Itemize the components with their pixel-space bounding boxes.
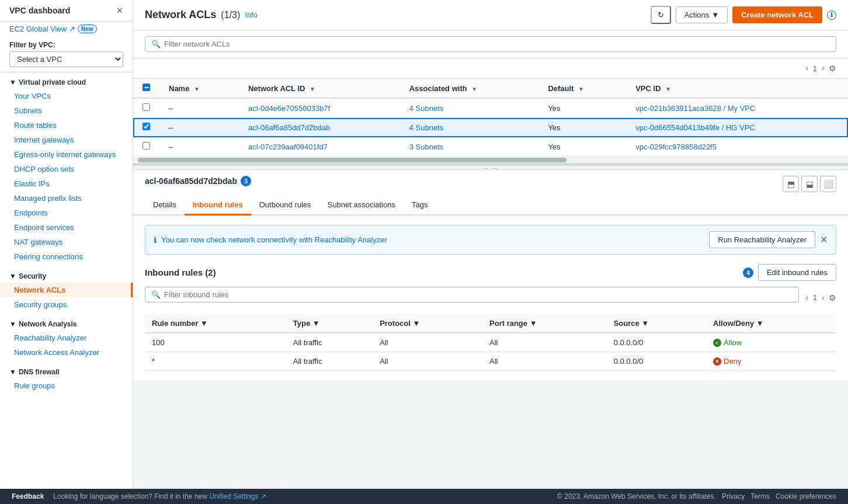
tab-details[interactable]: Details — [145, 196, 185, 215]
col-type[interactable]: Type ▼ — [286, 314, 373, 333]
sidebar-section-dns-firewall: ▼ DNS firewall Rule groups — [0, 362, 133, 393]
sidebar-header: VPC dashboard ✕ — [0, 0, 133, 22]
row-associated[interactable]: 4 Subnets — [400, 118, 539, 137]
info-banner-close-icon[interactable]: ✕ — [820, 235, 828, 245]
col-associated[interactable]: Associated with ▼ — [400, 79, 539, 98]
info-banner-left: ℹ You can now check network connectivity… — [154, 235, 387, 245]
sidebar-item-network-acls[interactable]: Network ACLs — [0, 283, 133, 297]
detail-tabs: Details Inbound rules Outbound rules Sub… — [133, 196, 848, 215]
col-acl-id[interactable]: Network ACL ID ▼ — [239, 79, 400, 98]
col-rule-number[interactable]: Rule number ▼ — [145, 314, 286, 333]
row-vpc-id[interactable]: vpc-021b363911aca3628 / My VPC — [626, 98, 848, 118]
inbound-table-settings-icon[interactable]: ⚙ — [829, 293, 836, 303]
help-icon[interactable]: ℹ — [827, 11, 836, 20]
sidebar-item-elastic-ips[interactable]: Elastic IPs — [0, 176, 133, 191]
sidebar-item-network-access-analyzer[interactable]: Network Access Analyzer — [0, 345, 133, 360]
col-vpc-id[interactable]: VPC ID ▼ — [626, 79, 848, 98]
edit-inbound-rules-button[interactable]: Edit inbound rules — [758, 264, 836, 281]
section-arrow-icon: ▼ — [9, 78, 16, 86]
sort-port-icon: ▼ — [530, 319, 537, 328]
tab-inbound-rules[interactable]: Inbound rules — [185, 196, 251, 215]
table-row[interactable]: – acl-07c239aaf09401fd7 3 Subnets Yes vp… — [133, 137, 848, 157]
section-arrow-dns-icon: ▼ — [9, 368, 16, 376]
select-all-header[interactable] — [133, 79, 159, 98]
table-row[interactable]: – acl-06af6a85dd7d2bdab 4 Subnets Yes vp… — [133, 118, 848, 137]
vpc-filter-select[interactable]: Select a VPC — [9, 51, 123, 67]
col-port-range[interactable]: Port range ▼ — [482, 314, 607, 333]
col-source[interactable]: Source ▼ — [607, 314, 706, 333]
row-acl-id[interactable]: acl-0d4e6e70556033b7f — [239, 98, 400, 118]
actions-button[interactable]: Actions ▼ — [676, 6, 728, 23]
run-analyzer-button[interactable]: Run Reachability Analyzer — [709, 231, 815, 248]
view-split-icon[interactable]: ⬒ — [783, 176, 799, 192]
row-acl-id[interactable]: acl-07c239aaf09401fd7 — [239, 137, 400, 157]
sidebar-item-your-vpcs[interactable]: Your VPCs — [0, 89, 133, 103]
inbound-next-page[interactable]: › — [819, 293, 826, 303]
sidebar-item-egress-gateways[interactable]: Egress-only internet gateways — [0, 147, 133, 162]
terms-link[interactable]: Terms — [750, 492, 770, 500]
inbound-prev-page[interactable]: ‹ — [804, 293, 811, 303]
sidebar-item-endpoints[interactable]: Endpoints — [0, 206, 133, 220]
cookie-link[interactable]: Cookie preferences — [776, 492, 836, 500]
step-badge-inbound: 4 — [743, 267, 753, 278]
row-checkbox[interactable] — [133, 98, 159, 118]
sidebar-filter-section: Filter by VPC: Select a VPC — [0, 36, 133, 72]
feedback-link[interactable]: Feedback — [12, 492, 44, 500]
sidebar-close-icon[interactable]: ✕ — [116, 6, 123, 15]
sidebar-item-dhcp[interactable]: DHCP option sets — [0, 162, 133, 176]
row-associated[interactable]: 4 Subnets — [400, 98, 539, 118]
row-checkbox-input[interactable] — [143, 142, 150, 150]
info-banner-actions: Run Reachability Analyzer ✕ — [709, 231, 828, 248]
sidebar-item-nat-gateways[interactable]: NAT gateways — [0, 235, 133, 249]
search-bar-container: 🔍 — [133, 30, 848, 58]
sort-default-icon: ▼ — [578, 86, 584, 92]
sidebar-item-route-tables[interactable]: Route tables — [0, 118, 133, 133]
row-vpc-id[interactable]: vpc-0d66554d0413b49fe / HG VPC — [626, 118, 848, 137]
tab-subnet-associations[interactable]: Subnet associations — [319, 196, 404, 215]
privacy-link[interactable]: Privacy — [722, 492, 745, 500]
create-acl-button[interactable]: Create network ACL — [732, 6, 822, 23]
rule-type: All traffic — [286, 352, 373, 371]
sidebar-item-subnets[interactable]: Subnets — [0, 103, 133, 118]
unified-settings-link[interactable]: Unified Settings ↗ — [209, 492, 266, 500]
sort-assoc-icon: ▼ — [471, 86, 477, 92]
inbound-search: 🔍 — [145, 287, 799, 303]
search-input[interactable] — [164, 40, 830, 48]
col-default[interactable]: Default ▼ — [538, 79, 626, 98]
row-vpc-id[interactable]: vpc-029fcc978858d22f5 — [626, 137, 848, 157]
row-checkbox-input[interactable] — [143, 103, 150, 111]
resize-handle[interactable]: — — — [133, 165, 848, 170]
horizontal-scrollbar[interactable] — [133, 157, 848, 164]
row-checkbox[interactable] — [133, 137, 159, 157]
next-page-button[interactable]: › — [819, 63, 826, 74]
view-bottom-icon[interactable]: ⬓ — [801, 176, 818, 192]
row-checkbox-input[interactable] — [143, 123, 150, 130]
sidebar-section-vpc: ▼ Virtual private cloud Your VPCs Subnet… — [0, 72, 133, 264]
sidebar-item-rule-groups[interactable]: Rule groups — [0, 378, 133, 393]
info-banner-text: You can now check network connectivity w… — [161, 235, 387, 244]
tab-outbound-rules[interactable]: Outbound rules — [251, 196, 319, 215]
sidebar-item-reachability-analyzer[interactable]: Reachability Analyzer — [0, 331, 133, 345]
view-full-icon[interactable]: ⬜ — [820, 176, 836, 192]
prev-page-button[interactable]: ‹ — [804, 63, 811, 74]
sidebar-item-internet-gateways[interactable]: Internet gateways — [0, 133, 133, 147]
sidebar-item-global-view[interactable]: EC2 Global View ↗ New — [0, 22, 133, 36]
row-associated[interactable]: 3 Subnets — [400, 137, 539, 157]
table-settings-icon[interactable]: ⚙ — [829, 64, 836, 73]
table-row[interactable]: – acl-0d4e6e70556033b7f 4 Subnets Yes vp… — [133, 98, 848, 118]
col-name[interactable]: Name ▼ — [159, 79, 239, 98]
row-acl-id[interactable]: acl-06af6a85dd7d2bdab — [239, 118, 400, 137]
sidebar-item-endpoint-services[interactable]: Endpoint services — [0, 220, 133, 235]
sidebar-item-peering[interactable]: Peering connections — [0, 249, 133, 264]
row-name: – — [159, 118, 239, 137]
info-link[interactable]: Info — [245, 11, 258, 19]
sidebar-item-security-groups[interactable]: Security groups — [0, 297, 133, 312]
col-allow-deny[interactable]: Allow/Deny ▼ — [706, 314, 836, 333]
inbound-search-row: 🔍 ‹ 1 › ⚙ — [145, 287, 836, 308]
sidebar-item-prefix-lists[interactable]: Managed prefix lists — [0, 191, 133, 206]
col-protocol[interactable]: Protocol ▼ — [373, 314, 482, 333]
refresh-button[interactable]: ↻ — [651, 6, 671, 24]
inbound-search-input[interactable] — [164, 290, 793, 299]
tab-tags[interactable]: Tags — [404, 196, 436, 215]
row-checkbox[interactable] — [133, 118, 159, 137]
